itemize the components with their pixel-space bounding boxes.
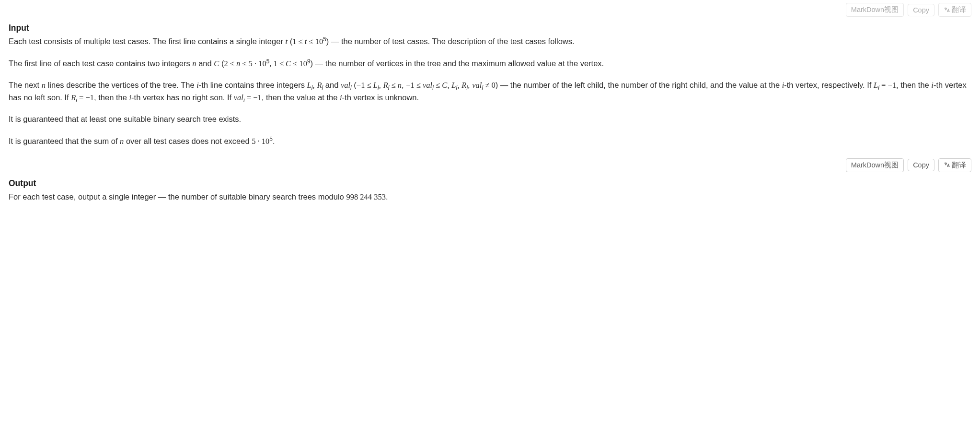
text: -th vertex is unknown.	[342, 93, 419, 102]
text: (	[288, 37, 292, 46]
math-var: L	[373, 81, 378, 90]
math-var: R	[461, 81, 466, 90]
text: -th vertex has no right son. If	[131, 93, 234, 102]
math-rel: 2 ≤	[224, 59, 236, 68]
text: ,	[379, 81, 383, 89]
input-p2: The first line of each test case contain…	[9, 58, 971, 70]
math-sup: 5	[269, 135, 273, 142]
input-heading: Input	[9, 22, 971, 35]
text: , then the value at the	[262, 93, 340, 102]
math-var: C	[214, 59, 219, 68]
markdown-view-button[interactable]: MarkDown视图	[846, 158, 904, 172]
input-section: Input Each test consists of multiple tes…	[9, 22, 971, 148]
translate-button[interactable]: 翻译	[938, 3, 971, 17]
text: .	[386, 192, 388, 201]
text: over all test cases does not exceed	[124, 137, 252, 145]
math-var: L	[874, 81, 878, 90]
output-p1: For each test case, output a single inte…	[9, 191, 971, 203]
math-var: val	[234, 93, 243, 102]
math-var: n	[236, 59, 240, 68]
math-var: val	[472, 81, 482, 90]
translate-icon	[944, 7, 950, 13]
math-rel: 1 ≤	[292, 37, 305, 46]
output-heading: Output	[9, 177, 971, 190]
text: and	[323, 81, 341, 89]
math-var: n	[398, 81, 402, 90]
math-var: n	[192, 59, 196, 68]
text: and	[196, 59, 214, 68]
text: , then the	[94, 93, 129, 102]
text: (	[219, 59, 224, 68]
text: It is guaranteed that the sum of	[9, 137, 120, 145]
toolbar-top: MarkDown视图 Copy 翻译	[9, 3, 971, 17]
math-var: L	[451, 81, 456, 90]
math-var: n	[42, 81, 46, 90]
math-rel: ≤ 10	[307, 37, 323, 46]
math-rel: ≤ 10	[291, 59, 307, 68]
input-p5: It is guaranteed that the sum of n over …	[9, 135, 971, 148]
text: ) — the number of vertices in the tree a…	[311, 59, 604, 68]
text: ,	[468, 81, 472, 89]
math-var: C	[442, 81, 447, 90]
copy-button[interactable]: Copy	[908, 4, 934, 16]
math-var: val	[341, 81, 350, 90]
math-var: C	[286, 59, 291, 68]
input-p4: It is guaranteed that at least one suita…	[9, 113, 971, 126]
math-var: val	[423, 81, 432, 90]
math-rel: ≤	[389, 81, 397, 90]
math-var: R	[317, 81, 322, 90]
copy-label: Copy	[913, 161, 929, 169]
text: Each test consists of multiple test case…	[9, 37, 285, 46]
math-rel: = −1	[245, 93, 262, 102]
input-p3: The next n lines describe the vertices o…	[9, 79, 971, 104]
math-sup: 5	[323, 36, 326, 43]
text: (	[352, 81, 357, 89]
markdown-view-button[interactable]: MarkDown视图	[846, 3, 904, 17]
text: -th vertex, respectively. If	[784, 81, 874, 89]
math-rel: 1 ≤	[274, 59, 286, 68]
text: lines describe the vertices of the tree.…	[46, 81, 196, 89]
toolbar-output: MarkDown视图 Copy 翻译	[9, 158, 971, 172]
math-rel: −1 ≤	[357, 81, 373, 90]
text: ,	[269, 59, 273, 68]
markdown-view-label: MarkDown视图	[851, 161, 899, 170]
math-var: L	[307, 81, 311, 90]
math-rel: ≤	[434, 81, 442, 90]
text: ) — the number of test cases. The descri…	[326, 37, 575, 46]
text: The first line of each test case contain…	[9, 59, 192, 68]
math-num: 998 244 353	[346, 192, 386, 201]
math-var: R	[383, 81, 388, 90]
input-p1: Each test consists of multiple test case…	[9, 35, 971, 48]
text: ) — the number of the left child, the nu…	[496, 81, 782, 89]
text: For each test case, output a single inte…	[9, 192, 346, 201]
math-rel: −1 ≤	[406, 81, 423, 90]
text: ,	[402, 81, 406, 89]
math-rel: = −1	[879, 81, 896, 90]
text: , then the	[896, 81, 931, 89]
markdown-view-label: MarkDown视图	[851, 5, 899, 14]
math-rel: ≤ 5 · 10	[240, 59, 266, 68]
translate-label: 翻译	[952, 161, 966, 170]
translate-label: 翻译	[952, 5, 966, 14]
math-sup: 9	[307, 58, 311, 64]
text: The next	[9, 81, 42, 89]
math-rel: ≠ 0	[483, 81, 496, 90]
text: ,	[447, 81, 451, 89]
text: ,	[457, 81, 461, 89]
copy-label: Copy	[913, 6, 929, 14]
text: -th line contains three integers	[199, 81, 307, 89]
math-var: R	[71, 93, 76, 102]
output-section: Output For each test case, output a sing…	[9, 177, 971, 203]
translate-button[interactable]: 翻译	[938, 158, 971, 172]
translate-icon	[944, 162, 950, 168]
text: .	[273, 137, 275, 145]
copy-button[interactable]: Copy	[908, 159, 934, 171]
math-rel: 5 · 10	[252, 137, 269, 146]
math-rel: = −1	[77, 93, 94, 102]
